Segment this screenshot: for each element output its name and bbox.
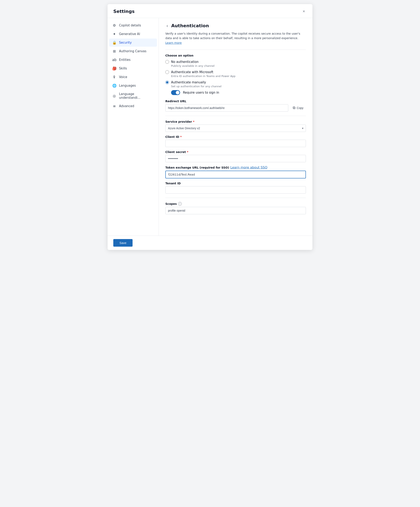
- tenant-id-input[interactable]: [165, 186, 306, 194]
- back-button[interactable]: ‹: [165, 23, 169, 28]
- choose-option-label: Choose an option: [165, 54, 306, 57]
- service-provider-wrapper: Azure Active Directory v2 Google Faceboo…: [165, 125, 306, 132]
- page-title: Authentication: [171, 23, 209, 28]
- sidebar-item-label-advanced: Advanced: [119, 104, 134, 108]
- require-signin-toggle-row: Require users to sign in: [171, 90, 306, 95]
- sidebar-item-label-copilot-details: Copilot details: [119, 24, 141, 27]
- sidebar-item-label-security: Security: [119, 41, 132, 44]
- auth-option-microsoft: Authenticate with Microsoft Entra ID aut…: [165, 70, 306, 78]
- tenant-id-label: Tenant ID: [165, 182, 306, 185]
- radio-microsoft-auth-sublabel: Entra ID authentication in Teams and Pow…: [171, 75, 306, 78]
- sidebar: ⚙Copilot details✦Generative AI🔒Security⊞…: [107, 18, 159, 236]
- sidebar-item-label-skills: Skills: [119, 67, 127, 70]
- radio-no-auth-sublabel: Publicly available in any channel: [171, 64, 306, 67]
- sidebar-item-copilot-details[interactable]: ⚙Copilot details: [109, 21, 157, 29]
- scopes-row: Scopes i: [165, 202, 306, 206]
- settings-window: Settings × ⚙Copilot details✦Generative A…: [107, 4, 313, 250]
- divider-3: [165, 198, 306, 198]
- require-signin-toggle[interactable]: [171, 90, 180, 95]
- window-header: Settings ×: [107, 4, 313, 18]
- entities-icon: ab: [112, 58, 117, 62]
- sidebar-item-label-entities: Entities: [119, 58, 130, 62]
- radio-no-auth-label: No authentication: [171, 60, 199, 64]
- voice-icon: 🎙: [112, 75, 117, 79]
- radio-microsoft-auth-label: Authenticate with Microsoft: [171, 70, 213, 74]
- redirect-url-input[interactable]: [165, 104, 288, 112]
- info-icon[interactable]: i: [178, 202, 182, 206]
- sidebar-item-voice[interactable]: 🎙Voice: [109, 73, 157, 81]
- auth-option-manual: Authenticate manually Set up authenticat…: [165, 80, 306, 96]
- radio-manual-auth[interactable]: [165, 80, 169, 84]
- scopes-label: Scopes: [165, 202, 177, 205]
- redirect-url-label: Redirect URL: [165, 99, 306, 103]
- generative-ai-icon: ✦: [112, 32, 117, 36]
- token-exchange-label-row: Token exchange URL (required for SSO) Le…: [165, 166, 306, 169]
- language-understanding-icon: ◎: [112, 94, 117, 98]
- sidebar-item-skills[interactable]: 🎒Skills: [109, 64, 157, 72]
- save-button[interactable]: Save: [113, 239, 133, 247]
- client-secret-label: Client secret *: [165, 150, 306, 154]
- auth-options-group: No authentication Publicly available in …: [165, 60, 306, 96]
- section-header: ‹ Authentication: [165, 23, 306, 28]
- token-exchange-label: Token exchange URL (required for SSO): [165, 166, 229, 169]
- scopes-input[interactable]: [165, 207, 306, 214]
- radio-manual-auth-sublabel: Set up authentication for any channel: [171, 85, 306, 88]
- copy-button[interactable]: ⧉ Copy: [290, 104, 306, 112]
- sidebar-item-advanced[interactable]: ≡Advanced: [109, 102, 157, 110]
- copilot-details-icon: ⚙: [112, 23, 117, 28]
- sidebar-item-label-language-understanding: Language understandi...: [119, 92, 154, 99]
- sidebar-item-authoring-canvas[interactable]: ⊞Authoring Canvas: [109, 47, 157, 55]
- sidebar-item-generative-ai[interactable]: ✦Generative AI: [109, 30, 157, 38]
- window-title: Settings: [113, 9, 135, 14]
- redirect-url-row: ⧉ Copy: [165, 104, 306, 112]
- sso-learn-more-link[interactable]: Learn more about SSO: [230, 166, 267, 169]
- window-body: ⚙Copilot details✦Generative AI🔒Security⊞…: [107, 18, 313, 236]
- radio-microsoft-auth[interactable]: [165, 70, 169, 74]
- divider-2: [165, 116, 306, 116]
- sidebar-item-label-voice: Voice: [119, 75, 127, 79]
- token-exchange-input[interactable]: [165, 171, 306, 178]
- copy-icon: ⧉: [293, 106, 295, 110]
- sidebar-item-label-authoring-canvas: Authoring Canvas: [119, 49, 147, 53]
- client-id-label: Client ID *: [165, 135, 306, 139]
- radio-manual-auth-label: Authenticate manually: [171, 80, 206, 84]
- security-icon: 🔒: [112, 41, 117, 45]
- sidebar-item-entities[interactable]: abEntities: [109, 56, 157, 64]
- advanced-icon: ≡: [112, 104, 117, 108]
- client-id-input[interactable]: [165, 140, 306, 147]
- client-secret-input[interactable]: [165, 155, 306, 162]
- sidebar-item-label-generative-ai: Generative AI: [119, 32, 140, 36]
- sidebar-item-language-understanding[interactable]: ◎Language understandi...: [109, 90, 157, 102]
- languages-icon: 🌐: [112, 84, 117, 88]
- footer: Save: [107, 236, 313, 250]
- service-provider-label: Service provider *: [165, 120, 306, 123]
- service-provider-select[interactable]: Azure Active Directory v2 Google Faceboo…: [165, 125, 306, 132]
- section-description: Verify a user's identity during a conver…: [165, 31, 306, 45]
- radio-no-auth[interactable]: [165, 60, 169, 64]
- require-signin-label: Require users to sign in: [183, 91, 219, 94]
- auth-option-no-auth: No authentication Publicly available in …: [165, 60, 306, 67]
- learn-more-link[interactable]: Learn more: [165, 41, 182, 44]
- skills-icon: 🎒: [112, 66, 117, 70]
- sidebar-item-security[interactable]: 🔒Security: [109, 39, 157, 47]
- sidebar-item-languages[interactable]: 🌐Languages: [109, 82, 157, 90]
- close-button[interactable]: ×: [301, 8, 307, 14]
- authoring-canvas-icon: ⊞: [112, 49, 117, 53]
- divider-1: [165, 49, 306, 50]
- sidebar-item-label-languages: Languages: [119, 84, 136, 87]
- main-content: ‹ Authentication Verify a user's identit…: [159, 18, 313, 236]
